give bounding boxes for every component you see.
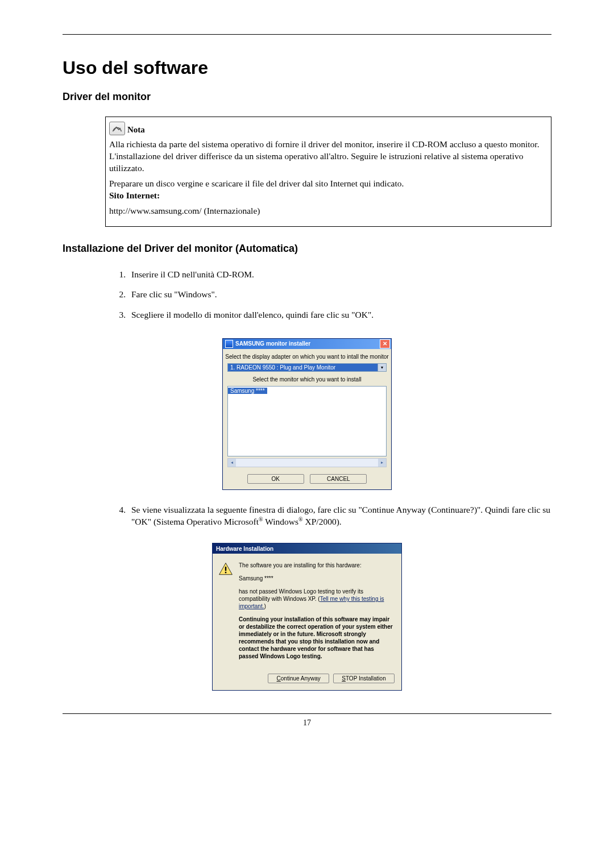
note-icon (109, 122, 125, 135)
bottom-rule (63, 713, 551, 714)
top-rule (63, 34, 551, 35)
hardware-installation-window: Hardware Installation The software you a… (212, 543, 402, 691)
monitor-listbox[interactable]: Samsung **** (227, 386, 387, 456)
horizontal-scrollbar[interactable]: ◂ ▸ (227, 458, 387, 467)
section-title-install: Installazione del Driver del monitor (Au… (63, 243, 551, 255)
ok-button[interactable]: OK (247, 474, 304, 484)
instructions-list: Inserire il CD nell'unità CD-ROM. Fare c… (105, 268, 551, 321)
close-button[interactable]: ✕ (380, 339, 390, 348)
continue-anyway-button[interactable]: Continue Anyway (268, 674, 329, 683)
note-paragraph-2: Preparare un disco vergine e scaricare i… (109, 178, 404, 188)
prompt-monitor: Select the monitor which you want to ins… (225, 376, 389, 383)
section-title-driver: Driver del monitor (63, 91, 551, 103)
window-title: SAMSUNG monitor installer (235, 340, 310, 347)
hw-titlebar: Hardware Installation (213, 543, 401, 554)
hw-window-title: Hardware Installation (216, 546, 273, 552)
note-paragraph-1: Alla richiesta da parte del sistema oper… (109, 139, 546, 175)
site-internet-label: Sito Internet: (109, 190, 160, 200)
titlebar: SAMSUNG monitor installer ✕ (223, 339, 391, 349)
scroll-left-icon[interactable]: ◂ (228, 459, 236, 467)
note-box: Nota Alla richiesta da parte del sistema… (105, 117, 551, 227)
monitor-selected: Samsung **** (228, 388, 267, 394)
hw-warning-bold: Continuing your installation of this sof… (239, 616, 393, 660)
chevron-down-icon[interactable]: ▾ (377, 364, 386, 371)
step-4: Se viene visualizzata la seguente finest… (128, 504, 551, 529)
svg-rect-1 (225, 572, 226, 573)
stop-installation-button[interactable]: STOP Installation (333, 674, 395, 683)
site-internet-url: http://www.samsung.com/ (Internazionale) (109, 205, 546, 217)
page-title: Uso del software (63, 57, 551, 78)
page-number: 17 (63, 719, 551, 728)
note-label: Nota (127, 124, 145, 135)
cancel-button[interactable]: CANCEL (310, 474, 367, 484)
step-2: Fare clic su "Windows". (128, 288, 551, 301)
adapter-combobox[interactable]: 1. RADEON 9550 : Plug and Play Monitor ▾ (227, 363, 387, 372)
hw-line3: has not passed Windows Logo testing to v… (239, 588, 393, 610)
warning-icon (218, 562, 233, 576)
svg-rect-0 (225, 567, 226, 571)
hw-line1: The software you are installing for this… (239, 562, 393, 569)
instructions-list-cont: Se viene visualizzata la seguente finest… (105, 504, 551, 529)
hw-line2: Samsung **** (239, 575, 393, 582)
prompt-adapter: Select the display adapter on which you … (225, 354, 389, 360)
step-1: Inserire il CD nell'unità CD-ROM. (128, 268, 551, 281)
samsung-installer-window: SAMSUNG monitor installer ✕ Select the d… (222, 338, 392, 490)
step-3: Scegliere il modello di monitor dall'ele… (128, 309, 551, 321)
adapter-selected: 1. RADEON 9550 : Plug and Play Monitor (228, 364, 377, 371)
scroll-right-icon[interactable]: ▸ (378, 459, 386, 467)
app-icon (225, 340, 233, 348)
